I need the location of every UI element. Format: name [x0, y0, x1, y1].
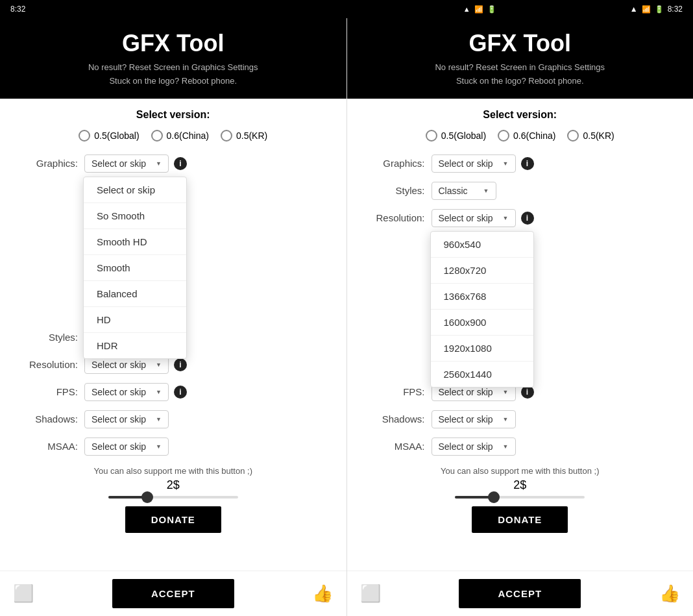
dropdown-item-1920x1080[interactable]: 1920x1080: [431, 336, 533, 362]
left-panel: GFX Tool No result? Reset Screen in Grap…: [0, 18, 347, 616]
dropdown-item-balanced[interactable]: Balanced: [84, 281, 186, 307]
graphics-dropdown-btn-right[interactable]: Select or skip ▼: [432, 154, 516, 173]
version-05-global-right[interactable]: 0.5(Global): [426, 130, 486, 142]
shadows-chevron-left: ▼: [156, 416, 162, 423]
status-time-right: 8:32: [668, 5, 683, 14]
resolution-info-icon-left[interactable]: i: [174, 358, 187, 371]
version-05-kr-right[interactable]: 0.5(KR): [567, 130, 614, 142]
right-content: Select version: 0.5(Global) 0.6(China) 0…: [347, 99, 694, 571]
slider-thumb-left[interactable]: [141, 491, 153, 503]
accept-btn-right[interactable]: ACCEPT: [459, 579, 581, 608]
resolution-dropdown-btn-right[interactable]: Select or skip ▼: [432, 209, 516, 227]
battery-icon-left: 🔋: [487, 5, 496, 14]
support-amount-right: 2$: [360, 478, 681, 492]
accept-btn-left[interactable]: ACCEPT: [112, 579, 234, 608]
left-content: Select version: 0.5(Global) 0.6(China) 0…: [0, 99, 346, 571]
styles-dropdown-btn-right[interactable]: Classic ▼: [432, 182, 496, 200]
styles-label-right: Styles:: [360, 185, 432, 196]
radio-05-kr-right[interactable]: [567, 130, 579, 142]
graphics-chevron-left: ▼: [156, 160, 162, 167]
status-time-right-top: ▲: [630, 5, 638, 14]
right-panel: GFX Tool No result? Reset Screen in Grap…: [347, 18, 694, 616]
version-05-kr-left[interactable]: 0.5(KR): [221, 130, 267, 142]
styles-row-right: Styles: Classic ▼: [360, 182, 681, 200]
fps-info-icon-right[interactable]: i: [521, 386, 534, 399]
left-version-selector: 0.5(Global) 0.6(China) 0.5(KR): [13, 130, 334, 142]
shadows-label-right: Shadows:: [360, 413, 432, 425]
support-text-right: You can also support me with this button…: [360, 466, 681, 476]
shadows-dropdown-btn-right[interactable]: Select or skip ▼: [432, 410, 516, 428]
slider-container-left: [13, 496, 334, 499]
resolution-info-icon-right[interactable]: i: [521, 212, 534, 225]
support-amount-left: 2$: [13, 478, 334, 492]
battery-icon-right: 🔋: [655, 5, 664, 14]
left-subtitle-1: No result? Reset Screen in Graphics Sett…: [13, 61, 334, 75]
shadows-row-right: Shadows: Select or skip ▼: [360, 410, 681, 428]
graphics-row-left: Graphics: Select or skip ▼ i Select or s…: [13, 154, 334, 173]
left-subtitle: No result? Reset Screen in Graphics Sett…: [13, 61, 334, 88]
fps-dropdown-btn-left[interactable]: Select or skip ▼: [84, 383, 169, 401]
dropdown-item-1600x900[interactable]: 1600x900: [431, 310, 533, 336]
slider-left[interactable]: [108, 496, 238, 499]
slider-right[interactable]: [455, 496, 585, 499]
styles-label-left: Styles:: [13, 332, 84, 343]
right-subtitle-1: No result? Reset Screen in Graphics Sett…: [360, 61, 681, 75]
dropdown-item-1280x720[interactable]: 1280x720: [431, 258, 533, 284]
shadows-chevron-right: ▼: [503, 416, 509, 423]
fps-label-right: FPS:: [360, 386, 432, 397]
radio-05-global-left[interactable]: [79, 130, 90, 142]
dropdown-item-hd[interactable]: HD: [84, 307, 186, 333]
radio-06-china-left[interactable]: [151, 130, 163, 142]
donate-btn-right[interactable]: DONATE: [472, 506, 568, 533]
msaa-row-right: MSAA: Select or skip ▼: [360, 437, 681, 456]
signal-icon-left: 📶: [474, 5, 483, 14]
instagram-icon-left[interactable]: ⬜: [13, 584, 34, 604]
radio-05-kr-left[interactable]: [221, 130, 232, 142]
right-app-title: GFX Tool: [360, 30, 681, 57]
dropdown-item-select-or-skip-left[interactable]: Select or skip: [84, 177, 186, 203]
dropdown-item-1366x768[interactable]: 1366x768: [431, 284, 533, 310]
dropdown-item-smooth[interactable]: Smooth: [84, 255, 186, 281]
panels-container: GFX Tool No result? Reset Screen in Grap…: [0, 18, 693, 616]
version-06-china-right[interactable]: 0.6(China): [498, 130, 555, 142]
graphics-info-icon-right[interactable]: i: [521, 157, 534, 170]
graphics-chevron-right: ▼: [503, 160, 509, 167]
right-version-selector: 0.5(Global) 0.6(China) 0.5(KR): [360, 130, 681, 142]
graphics-dropdown-menu-left: Select or skip So Smooth Smooth HD Smoot…: [83, 177, 187, 359]
slider-thumb-right[interactable]: [488, 491, 500, 503]
dropdown-item-smooth-hd[interactable]: Smooth HD: [84, 229, 186, 255]
slider-container-right: [360, 496, 681, 499]
resolution-label-right: Resolution:: [360, 212, 432, 223]
version-06-china-left[interactable]: 0.6(China): [151, 130, 209, 142]
graphics-row-right: Graphics: Select or skip ▼ i: [360, 154, 681, 173]
dropdown-item-960x540[interactable]: 960x540: [431, 232, 533, 258]
dropdown-item-hdr[interactable]: HDR: [84, 333, 186, 358]
right-select-version-label: Select version:: [360, 109, 681, 121]
like-icon-right[interactable]: 👍: [659, 584, 680, 604]
msaa-row-left: MSAA: Select or skip ▼: [13, 437, 334, 456]
fps-info-icon-left[interactable]: i: [174, 386, 187, 399]
left-subtitle-2: Stuck on the logo? Reboot phone.: [13, 75, 334, 88]
shadows-row-left: Shadows: Select or skip ▼: [13, 410, 334, 428]
fps-label-left: FPS:: [13, 386, 84, 397]
graphics-dropdown-btn-left[interactable]: Select or skip ▼: [84, 154, 169, 173]
fps-chevron-right: ▼: [503, 389, 509, 395]
like-icon-left[interactable]: 👍: [312, 584, 333, 604]
styles-chevron-right: ▼: [483, 188, 489, 194]
msaa-dropdown-btn-right[interactable]: Select or skip ▼: [432, 437, 516, 456]
fps-chevron-left: ▼: [156, 389, 162, 395]
dropdown-item-so-smooth[interactable]: So Smooth: [84, 203, 186, 229]
dropdown-item-2560x1440[interactable]: 2560x1440: [431, 362, 533, 387]
radio-06-china-right[interactable]: [498, 130, 509, 142]
left-app-title: GFX Tool: [13, 30, 334, 57]
radio-05-global-right[interactable]: [426, 130, 437, 142]
instagram-icon-right[interactable]: ⬜: [360, 584, 381, 604]
left-select-version-label: Select version:: [13, 109, 334, 121]
shadows-dropdown-btn-left[interactable]: Select or skip ▼: [84, 410, 169, 428]
status-bar-top: 8:32 ▲ 📶 🔋 ▲ 📶 🔋 8:32: [0, 0, 693, 18]
msaa-dropdown-btn-left[interactable]: Select or skip ▼: [84, 437, 169, 456]
msaa-chevron-right: ▼: [503, 443, 509, 450]
donate-btn-left[interactable]: DONATE: [125, 506, 221, 533]
version-05-global-left[interactable]: 0.5(Global): [79, 130, 139, 142]
graphics-info-icon-left[interactable]: i: [174, 157, 187, 170]
